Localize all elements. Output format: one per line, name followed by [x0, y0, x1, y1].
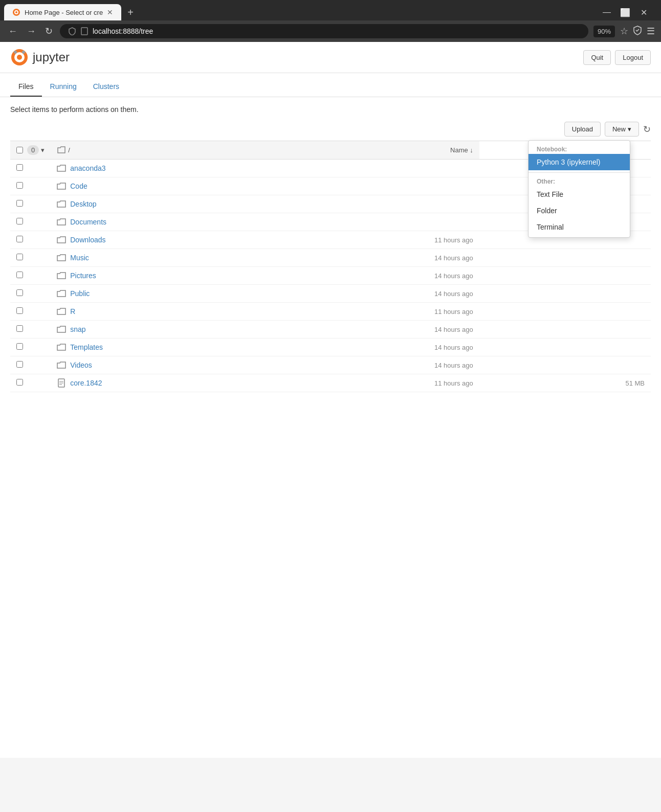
file-name-link[interactable]: Documents — [70, 218, 106, 226]
file-name-link[interactable]: Templates — [70, 343, 103, 351]
file-name-link[interactable]: Public — [70, 289, 90, 298]
new-tab-button[interactable]: + — [123, 5, 138, 20]
table-row: Pictures14 hours ago — [10, 267, 651, 285]
row-checkbox-cell — [10, 249, 51, 267]
row-name-cell: Pictures — [51, 267, 387, 285]
table-row: Music14 hours ago — [10, 249, 651, 267]
name-header-label: Name ↓ — [450, 146, 473, 154]
row-size-cell: 51 MB — [479, 374, 651, 392]
python3-kernel-item[interactable]: Python 3 (ipykernel) — [528, 154, 630, 170]
file-name-link[interactable]: Code — [70, 182, 87, 190]
name-header[interactable]: Name ↓ — [387, 141, 479, 160]
browser-toolbar-icons: ☆ ☰ — [620, 25, 655, 38]
breadcrumb-arrow-icon: ▾ — [41, 146, 45, 154]
jupyter-logo-icon — [10, 48, 29, 66]
row-time-cell: 14 hours ago — [387, 249, 479, 267]
table-row: R11 hours ago — [10, 303, 651, 321]
row-checkbox-cell — [10, 177, 51, 195]
row-checkbox[interactable] — [16, 272, 23, 278]
row-checkbox-cell — [10, 321, 51, 339]
file-name-link[interactable]: Downloads — [70, 236, 105, 244]
folder-icon — [57, 182, 66, 191]
tabs-bar: Files Running Clusters — [0, 77, 661, 97]
row-checkbox[interactable] — [16, 307, 23, 314]
logout-button[interactable]: Logout — [615, 50, 651, 65]
table-row: Templates14 hours ago — [10, 339, 651, 356]
file-name-link[interactable]: anaconda3 — [70, 164, 105, 172]
tab-close-button[interactable]: ✕ — [107, 8, 113, 16]
dropdown-divider — [528, 172, 630, 173]
active-tab[interactable]: Home Page - Select or cre ✕ — [4, 4, 121, 20]
row-name-cell: Music — [51, 249, 387, 267]
row-name-cell: Downloads — [51, 231, 387, 249]
row-checkbox[interactable] — [16, 182, 23, 189]
new-dropdown-button[interactable]: New ▾ — [605, 122, 639, 137]
upload-button[interactable]: Upload — [564, 122, 601, 137]
row-checkbox[interactable] — [16, 289, 23, 296]
row-checkbox[interactable] — [16, 361, 23, 368]
row-time-cell — [387, 160, 479, 177]
file-name-link[interactable]: Pictures — [70, 272, 96, 280]
select-all-checkbox[interactable] — [16, 147, 23, 153]
row-checkbox[interactable] — [16, 236, 23, 242]
row-name-cell: R — [51, 303, 387, 321]
row-checkbox[interactable] — [16, 343, 23, 350]
file-name-link[interactable]: snap — [70, 325, 85, 333]
row-size-cell — [479, 339, 651, 356]
file-icon — [57, 378, 66, 388]
row-checkbox-cell — [10, 231, 51, 249]
folder-icon — [57, 199, 66, 209]
refresh-button[interactable]: ↻ — [643, 124, 651, 135]
minimize-button[interactable]: — — [600, 5, 614, 19]
svg-point-7 — [14, 51, 17, 54]
header-buttons: Quit Logout — [583, 50, 651, 65]
menu-button[interactable]: ☰ — [647, 26, 655, 37]
folder-icon — [57, 343, 66, 352]
row-time-cell: 11 hours ago — [387, 374, 479, 392]
select-hint: Select items to perform actions on them. — [10, 105, 651, 114]
file-name-link[interactable]: Music — [70, 254, 89, 262]
row-name-cell: Templates — [51, 339, 387, 356]
url-bar[interactable]: localhost:8888/tree — [60, 24, 588, 38]
row-checkbox[interactable] — [16, 254, 23, 260]
file-name-link[interactable]: core.1842 — [70, 379, 102, 387]
terminal-item[interactable]: Terminal — [528, 219, 630, 235]
quit-button[interactable]: Quit — [583, 50, 611, 65]
row-size-cell — [479, 249, 651, 267]
svg-point-2 — [15, 11, 17, 13]
other-section-label: Other: — [528, 175, 630, 186]
tab-bar: Home Page - Select or cre ✕ + — ⬜ ✕ — [0, 0, 661, 20]
back-button[interactable]: ← — [6, 24, 19, 39]
row-size-cell — [479, 321, 651, 339]
maximize-button[interactable]: ⬜ — [618, 5, 632, 19]
toolbar-row: Upload New ▾ ↻ Notebook: Python 3 (ipyke… — [10, 122, 651, 137]
row-checkbox[interactable] — [16, 325, 23, 332]
forward-button[interactable]: → — [25, 24, 38, 39]
row-checkbox[interactable] — [16, 379, 23, 386]
row-checkbox[interactable] — [16, 200, 23, 207]
svg-point-8 — [22, 51, 25, 54]
row-time-cell: 11 hours ago — [387, 231, 479, 249]
row-time-cell — [387, 177, 479, 195]
folder-icon — [57, 271, 66, 280]
row-checkbox[interactable] — [16, 164, 23, 171]
tab-clusters[interactable]: Clusters — [85, 77, 127, 97]
folder-item[interactable]: Folder — [528, 202, 630, 219]
row-checkbox[interactable] — [16, 218, 23, 224]
close-window-button[interactable]: ✕ — [636, 5, 651, 19]
tab-files[interactable]: Files — [10, 77, 42, 97]
row-time-cell: 14 hours ago — [387, 339, 479, 356]
tab-running[interactable]: Running — [42, 77, 85, 97]
row-time-cell: 14 hours ago — [387, 321, 479, 339]
file-name-link[interactable]: Videos — [70, 361, 92, 369]
row-checkbox-cell — [10, 356, 51, 374]
text-file-item[interactable]: Text File — [528, 186, 630, 202]
reload-button[interactable]: ↻ — [43, 24, 55, 39]
row-checkbox-cell — [10, 303, 51, 321]
bookmark-button[interactable]: ☆ — [620, 26, 628, 37]
file-name-link[interactable]: Desktop — [70, 200, 96, 208]
jupyter-app: jupyter Quit Logout Files Running Cluste… — [0, 42, 661, 758]
row-checkbox-cell — [10, 339, 51, 356]
file-name-link[interactable]: R — [70, 307, 75, 315]
shield-check-button[interactable] — [632, 25, 643, 38]
